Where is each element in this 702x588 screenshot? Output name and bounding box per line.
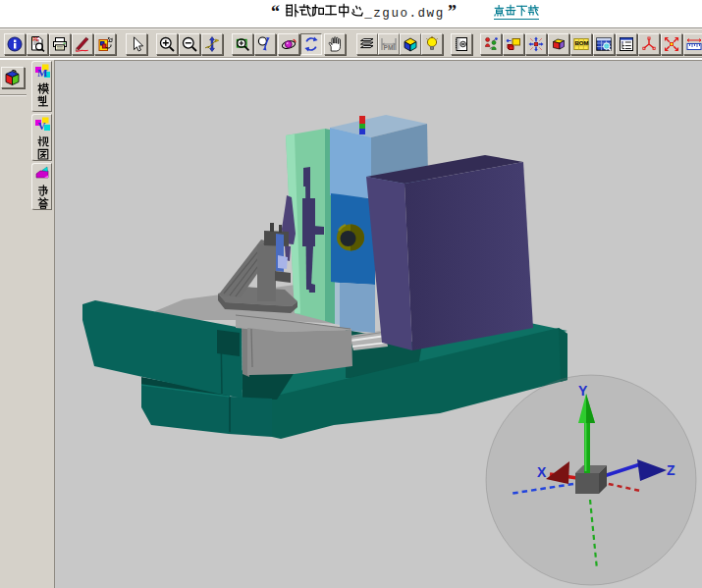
svg-text:PE: PE [33, 37, 39, 42]
svg-text:BOM: BOM [574, 40, 588, 46]
svg-text:“: “ [271, 2, 280, 22]
svg-text:Z: Z [667, 462, 675, 478]
svg-text:”: ” [448, 2, 457, 22]
svg-text:Y: Y [578, 383, 588, 399]
svg-text:V: V [38, 120, 46, 132]
svg-text:PMI: PMI [384, 44, 396, 51]
svg-text:_zguo.dwg: _zguo.dwg [363, 7, 443, 21]
svg-text:X: X [537, 464, 547, 480]
svg-text:M: M [37, 67, 48, 79]
